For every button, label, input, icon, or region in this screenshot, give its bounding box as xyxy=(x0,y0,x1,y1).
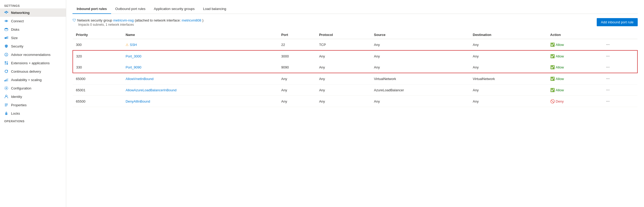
svg-rect-19 xyxy=(4,80,5,81)
svg-rect-16 xyxy=(5,63,6,65)
action-label: Allow xyxy=(556,43,564,47)
add-inbound-port-rule-button[interactable]: Add inbound port rule xyxy=(597,18,638,26)
configuration-icon xyxy=(4,86,8,90)
cell-action: ✅Allow xyxy=(547,39,601,51)
svg-rect-15 xyxy=(7,61,8,63)
nsg-info-bar: 🛡 Network security group metricvm-nsg (a… xyxy=(72,18,638,26)
sidebar-item-label: Continuous delivery xyxy=(11,70,41,73)
sidebar-item-label: Networking xyxy=(11,11,30,15)
sidebar-item-networking[interactable]: Networking xyxy=(0,8,66,17)
cell-name: DenyAllInBound xyxy=(122,96,278,107)
disks-icon xyxy=(4,27,8,31)
svg-point-23 xyxy=(6,88,7,89)
rule-name-link[interactable]: Port_3000 xyxy=(126,54,141,58)
networking-icon xyxy=(4,10,8,15)
svg-rect-3 xyxy=(7,12,8,13)
advisor-icon: i xyxy=(4,52,8,57)
cell-name: Port_9090 xyxy=(122,62,278,73)
cell-menu: ··· xyxy=(601,50,637,62)
allow-icon: ✅ xyxy=(550,88,555,92)
sidebar-item-configuration[interactable]: Configuration xyxy=(0,84,66,92)
svg-point-8 xyxy=(5,28,8,29)
cell-action: ✅Allow xyxy=(547,62,601,73)
cell-menu: ··· xyxy=(601,84,637,96)
nsg-name-link[interactable]: metricvm-nsg xyxy=(113,18,134,22)
nsg-interface-link[interactable]: metricvm808 xyxy=(182,18,201,22)
deny-icon: 🚫 xyxy=(550,99,555,103)
cell-name: AllowAzureLoadBalancerInBound xyxy=(122,84,278,96)
svg-line-6 xyxy=(7,12,7,12)
cell-protocol: TCP xyxy=(316,39,371,51)
rule-name-link[interactable]: AllowVnetInBound xyxy=(126,77,153,81)
sidebar-item-advisor[interactable]: i Advisor recommendations xyxy=(0,50,66,59)
sidebar-item-size[interactable]: Size xyxy=(0,34,66,42)
size-icon xyxy=(4,36,8,40)
table-row: 65500DenyAllInBoundAnyAnyAnyAny🚫Deny··· xyxy=(73,96,637,107)
action-label: Allow xyxy=(556,54,564,58)
nsg-info-left: 🛡 Network security group metricvm-nsg (a… xyxy=(72,18,204,26)
identity-icon xyxy=(4,94,8,99)
sidebar-item-disks[interactable]: Disks xyxy=(0,25,66,34)
rule-name-link[interactable]: SSH xyxy=(130,43,137,47)
sidebar-item-extensions[interactable]: Extensions + applications xyxy=(0,59,66,67)
allow-icon: ✅ xyxy=(550,43,555,47)
cell-name: AllowVnetInBound xyxy=(122,73,278,84)
nsg-attached-prefix: (attached to network interface: xyxy=(135,18,181,22)
rule-name-link[interactable]: AllowAzureLoadBalancerInBound xyxy=(126,88,176,92)
sidebar-item-label: Locks xyxy=(11,112,20,115)
svg-rect-1 xyxy=(6,11,7,12)
sidebar: Settings Networking Connect Disks Size S… xyxy=(0,0,66,207)
continuous-icon xyxy=(4,69,8,73)
row-menu-button[interactable]: ··· xyxy=(605,87,611,93)
sidebar-item-label: Identity xyxy=(11,95,22,99)
row-menu-button[interactable]: ··· xyxy=(605,64,611,70)
cell-priority: 320 xyxy=(73,50,122,62)
svg-rect-10 xyxy=(6,37,7,39)
tab-bar: Inbound port rules Outbound port rules A… xyxy=(72,4,638,14)
svg-line-5 xyxy=(6,12,6,13)
cell-destination: VirtualNetwork xyxy=(470,73,547,84)
table-row: 320Port_30003000AnyAnyAny✅Allow··· xyxy=(73,50,637,62)
cell-priority: 65000 xyxy=(73,73,122,84)
rule-name-link[interactable]: DenyAllInBound xyxy=(126,99,150,103)
cell-priority: 65001 xyxy=(73,84,122,96)
col-priority: Priority xyxy=(73,31,122,39)
row-menu-button[interactable]: ··· xyxy=(605,53,611,59)
sidebar-item-identity[interactable]: Identity xyxy=(0,92,66,101)
col-destination: Destination xyxy=(470,31,547,39)
action-label: Allow xyxy=(556,65,564,69)
svg-line-4 xyxy=(6,12,6,12)
cell-protocol: Any xyxy=(316,84,371,96)
cell-menu: ··· xyxy=(601,62,637,73)
row-menu-button[interactable]: ··· xyxy=(605,76,611,82)
row-menu-button[interactable]: ··· xyxy=(605,98,611,104)
sidebar-item-continuous[interactable]: Continuous delivery xyxy=(0,67,66,76)
cell-destination: Any xyxy=(470,62,547,73)
sidebar-item-locks[interactable]: Locks xyxy=(0,109,66,118)
cell-protocol: Any xyxy=(316,96,371,107)
sidebar-item-label: Extensions + applications xyxy=(11,61,50,65)
col-protocol: Protocol xyxy=(316,31,371,39)
svg-rect-20 xyxy=(6,79,6,81)
row-menu-button[interactable]: ··· xyxy=(605,42,611,47)
tab-inbound[interactable]: Inbound port rules xyxy=(72,4,111,14)
nsg-attached-suffix: ) xyxy=(202,18,203,22)
rule-name-link[interactable]: Port_9090 xyxy=(126,65,141,69)
sidebar-item-connect[interactable]: Connect xyxy=(0,17,66,25)
cell-protocol: Any xyxy=(316,62,371,73)
sidebar-item-label: Availability + scaling xyxy=(11,78,41,82)
tab-outbound[interactable]: Outbound port rules xyxy=(111,4,150,14)
sidebar-item-security[interactable]: Security xyxy=(0,42,66,50)
col-action: Action xyxy=(547,31,601,39)
cell-menu: ··· xyxy=(601,73,637,84)
svg-rect-11 xyxy=(7,36,8,39)
sidebar-item-availability[interactable]: Availability + scaling xyxy=(0,76,66,84)
cell-protocol: Any xyxy=(316,73,371,84)
col-menu xyxy=(601,31,637,39)
locks-icon xyxy=(4,111,8,115)
allow-icon: ✅ xyxy=(550,65,555,69)
settings-section-title: Settings xyxy=(0,2,66,8)
tab-loadbalancing[interactable]: Load balancing xyxy=(199,4,230,14)
tab-asg[interactable]: Application security groups xyxy=(150,4,199,14)
sidebar-item-properties[interactable]: Properties xyxy=(0,101,66,109)
